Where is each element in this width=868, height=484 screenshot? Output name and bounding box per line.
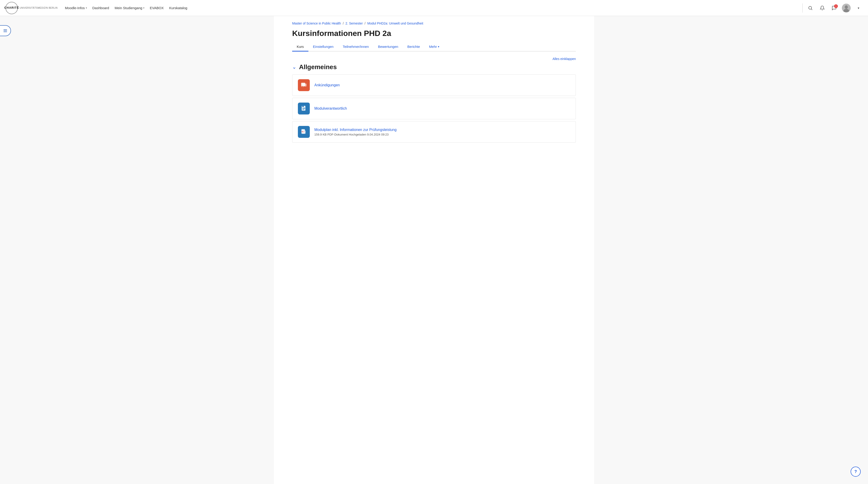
chevron-down-icon: ▾	[438, 45, 439, 48]
section-title: Allgemeines	[299, 63, 337, 71]
course-tabs: Kurs Einstellungen Teilnehmer/innen Bewe…	[292, 42, 576, 52]
tab-berichte[interactable]: Berichte	[403, 42, 425, 52]
svg-rect-17	[303, 131, 306, 134]
nav-moodle-infos[interactable]: Moodle-Infos ▾	[65, 6, 87, 10]
sidebar-toggle-button[interactable]	[0, 25, 11, 36]
nav-divider	[802, 3, 803, 12]
breadcrumb-sep-2: /	[365, 22, 366, 25]
svg-point-0	[809, 6, 812, 9]
svg-line-1	[811, 9, 812, 10]
section-allgemeines-header: ⌄ Allgemeines	[292, 63, 576, 71]
collapse-all-link[interactable]: Alles einklappen	[553, 57, 576, 61]
svg-point-3	[845, 5, 848, 9]
course-item-modulverantwortlich: Modulverantwortlich	[292, 98, 576, 119]
user-avatar[interactable]	[842, 4, 850, 12]
page-wrapper: Master of Science in Public Health / 2. …	[0, 16, 868, 484]
svg-rect-9	[303, 84, 307, 87]
user-menu-chevron[interactable]: ▾	[854, 4, 863, 12]
svg-rect-11	[302, 106, 304, 107]
breadcrumb-link-3[interactable]: Modul PHD2a: Umwelt und Gesundheit	[367, 22, 423, 25]
tab-mehr[interactable]: Mehr ▾	[425, 42, 444, 52]
ankuendigungen-link[interactable]: Ankündigungen	[314, 83, 340, 87]
tab-teilnehmer[interactable]: Teilnehmer/innen	[338, 42, 373, 52]
breadcrumb-sep-1: /	[343, 22, 344, 25]
nav-links: Moodle-Infos ▾ Dashboard Mein Studiengan…	[65, 6, 795, 10]
main-content: Master of Science in Public Health / 2. …	[274, 16, 594, 484]
logo[interactable]: CHARITÉ UNIVERSITÄTSMEDIZIN BERLIN	[5, 2, 58, 14]
nav-mein-studiengang[interactable]: Mein Studiengang ▾	[115, 6, 144, 10]
help-button[interactable]: ?	[850, 466, 861, 477]
tab-bewertungen[interactable]: Bewertungen	[373, 42, 403, 52]
course-item-modulplan: PDF Modulplan inkl. Informationen zur Pr…	[292, 121, 576, 143]
modulplan-meta: 159.9 KB PDF-Dokument Hochgeladen 9.04.2…	[314, 133, 570, 136]
tab-einstellungen[interactable]: Einstellungen	[308, 42, 338, 52]
top-navigation: CHARITÉ UNIVERSITÄTSMEDIZIN BERLIN Moodl…	[0, 0, 868, 16]
tab-kurs[interactable]: Kurs	[292, 42, 308, 52]
section-collapse-icon[interactable]: ⌄	[292, 64, 296, 70]
messages-button[interactable]: 1	[830, 4, 838, 12]
course-item-ankuendigungen: Ankündigungen	[292, 75, 576, 96]
course-items-list: Ankündigungen Modulverantwortlich	[292, 75, 576, 143]
ankuendigungen-content: Ankündigungen	[314, 83, 570, 87]
modulplan-content: Modulplan inkl. Informationen zur Prüfun…	[314, 128, 570, 136]
chevron-down-icon: ▾	[143, 7, 144, 9]
nav-evabox[interactable]: EVABOX	[150, 6, 164, 10]
modulplan-link[interactable]: Modulplan inkl. Informationen zur Prüfun…	[314, 128, 397, 132]
logo-circle: CHARITÉ	[5, 2, 18, 14]
breadcrumb: Master of Science in Public Health / 2. …	[292, 22, 576, 25]
breadcrumb-link-2[interactable]: 2. Semester	[345, 22, 363, 25]
pdf-icon: PDF	[298, 126, 310, 138]
chevron-down-icon: ▾	[86, 7, 87, 9]
collapse-bar: Alles einklappen	[292, 57, 576, 61]
page-title: Kursinformationen PHD 2a	[292, 29, 576, 38]
nav-right: 1 ▾	[802, 3, 863, 12]
page-icon	[298, 103, 310, 114]
modulverantwortlich-content: Modulverantwortlich	[314, 107, 570, 111]
modulverantwortlich-link[interactable]: Modulverantwortlich	[314, 107, 347, 110]
nav-kurskatalog[interactable]: Kurskatalog	[169, 6, 187, 10]
breadcrumb-link-1[interactable]: Master of Science in Public Health	[292, 22, 341, 25]
nav-dashboard[interactable]: Dashboard	[92, 6, 109, 10]
message-badge: 1	[834, 4, 838, 8]
forum-icon	[298, 79, 310, 91]
logo-subtitle: UNIVERSITÄTSMEDIZIN BERLIN	[20, 7, 58, 9]
notifications-button[interactable]	[818, 4, 826, 12]
search-button[interactable]	[806, 4, 814, 12]
